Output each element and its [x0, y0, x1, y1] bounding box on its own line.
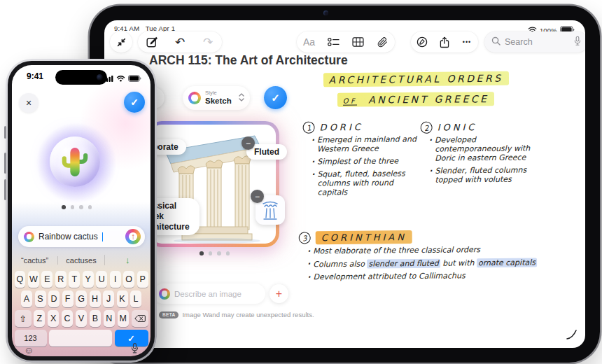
ipad-pagination-dots[interactable]	[200, 251, 230, 255]
letter-key[interactable]: O	[123, 271, 134, 288]
letter-key[interactable]: F	[62, 290, 74, 307]
action-button	[4, 126, 6, 139]
style-picker[interactable]: Style Sketch	[183, 86, 250, 110]
search-field[interactable]: Search	[484, 31, 585, 52]
keyboard-row-3: ⇧ ZXCVBNM	[12, 310, 150, 327]
letter-key[interactable]: C	[62, 310, 73, 327]
more-icon[interactable]: •••	[458, 33, 476, 51]
letter-key[interactable]: Q	[15, 271, 26, 288]
shift-key[interactable]: ⇧	[15, 310, 31, 327]
checklist-icon[interactable]	[325, 33, 343, 51]
prompt-input[interactable]: Rainbow cactus ↑	[18, 226, 145, 247]
section-doric: 1 DORIC Emerged in mainland and Western …	[303, 120, 423, 201]
ipad-front-camera	[323, 10, 328, 15]
letter-key[interactable]: B	[90, 310, 101, 327]
compose-icon[interactable]	[143, 33, 161, 51]
volume-down-button	[4, 179, 6, 200]
letter-key[interactable]: M	[118, 310, 129, 327]
section-corinthian: 3 CORINTHIAN Most elaborate of the three…	[299, 230, 538, 286]
page-curl-icon[interactable]	[566, 329, 578, 343]
letter-key[interactable]: E	[41, 271, 52, 288]
apple-intelligence-icon	[24, 232, 34, 242]
undo-icon[interactable]: ↶	[171, 33, 189, 51]
suggestion-quoted[interactable]: “cactus”	[12, 256, 57, 265]
keyboard-row-1: QWERTYUIOP	[12, 271, 150, 288]
battery-icon	[128, 72, 141, 85]
letter-key[interactable]: Z	[34, 310, 45, 327]
letter-key[interactable]: X	[48, 310, 59, 327]
paperclip-icon[interactable]	[374, 33, 392, 51]
letter-key[interactable]: T	[69, 271, 80, 288]
down-arrow-icon: ↓	[125, 255, 130, 265]
letter-key[interactable]: P	[137, 271, 148, 288]
beta-disclaimer: BETA Image Wand may create unexpected re…	[159, 311, 314, 318]
iphone-device: 9:41 × ✓	[6, 59, 157, 363]
page-title: ARCH 115: The Art of Architecture	[149, 53, 348, 68]
letter-key[interactable]: W	[28, 271, 39, 288]
suggestion-collapse[interactable]: ↓	[104, 255, 150, 265]
handwritten-heading-1: ARCHITECTURAL ORDERS	[311, 71, 521, 86]
remove-concept-icon[interactable]: −	[241, 136, 255, 150]
tools-pill: •••	[411, 31, 478, 52]
letter-key[interactable]: Y	[83, 271, 94, 288]
search-icon	[491, 36, 500, 48]
suggestion-plural[interactable]: cactuses	[57, 256, 104, 265]
dictation-mic-icon[interactable]	[131, 342, 139, 356]
suggestion-bar: “cactus” cactuses ↓	[12, 251, 150, 269]
collapse-icon[interactable]	[112, 33, 130, 51]
send-button[interactable]: ↑	[125, 229, 141, 244]
apple-intelligence-icon	[159, 288, 170, 300]
up-arrow-icon: ↑	[125, 229, 141, 244]
letter-key[interactable]: H	[90, 290, 101, 307]
dictation-mic-icon[interactable]	[574, 36, 581, 49]
letter-key[interactable]: V	[76, 310, 87, 327]
describe-image-field[interactable]: Describe an image	[153, 284, 265, 304]
letter-key[interactable]: K	[117, 290, 128, 307]
letter-key[interactable]: G	[76, 290, 87, 307]
dynamic-island	[55, 70, 107, 85]
rainbow-cactus-emoji	[62, 146, 88, 178]
doric-title: DORIC	[320, 122, 363, 133]
handwritten-bullet: Squat, fluted, baseless columns with rou…	[312, 169, 422, 197]
text-format-button[interactable]: Aa	[300, 33, 318, 51]
letter-key[interactable]: U	[96, 271, 107, 288]
letter-key[interactable]: S	[35, 290, 46, 307]
letter-key[interactable]: N	[104, 310, 115, 327]
add-concept-button[interactable]: +	[270, 284, 288, 303]
letter-key[interactable]: L	[130, 290, 141, 307]
close-icon[interactable]: ×	[19, 93, 38, 113]
ipad-device: 9:41 AM Tue Apr 1 100% ↶ ↷ Aa •	[90, 6, 600, 363]
letter-key[interactable]: J	[103, 290, 114, 307]
remove-concept-icon[interactable]: −	[251, 190, 264, 203]
describe-placeholder: Describe an image	[174, 290, 241, 298]
emoji-keyboard-icon[interactable]: ☺	[24, 344, 34, 356]
letter-key[interactable]: R	[55, 271, 66, 288]
letter-key[interactable]: A	[21, 290, 32, 307]
blue-highlight: slender and fluted	[367, 259, 440, 269]
redo-icon[interactable]: ↷	[199, 33, 217, 51]
letter-key[interactable]: D	[48, 290, 59, 307]
camera-lens	[97, 74, 103, 80]
genmoji-bubble[interactable]	[50, 136, 100, 187]
confirm-check-button[interactable]: ✓	[124, 92, 145, 113]
letter-key[interactable]: I	[110, 271, 121, 288]
share-icon[interactable]	[435, 33, 454, 51]
volume-up-button	[4, 153, 6, 174]
ionic-title: IONIC	[438, 122, 477, 132]
confirm-check-button[interactable]: ✓	[264, 86, 287, 109]
iphone-bezel: 9:41 × ✓	[8, 61, 155, 360]
ionic-bullets: Developed contemporaneously with Doric i…	[421, 135, 552, 185]
iphone-pagination-dots[interactable]	[62, 205, 92, 209]
format-pill: Aa	[297, 31, 395, 52]
iphone-screen: 9:41 × ✓	[12, 65, 150, 356]
table-icon[interactable]	[349, 33, 368, 51]
edit-history-pill: ↶ ↷	[138, 31, 222, 52]
cellular-icon	[104, 72, 113, 85]
keyboard-row-2: ASDFGHJKL	[12, 290, 150, 307]
backspace-key[interactable]	[132, 310, 148, 327]
ipad-screen: 9:41 AM Tue Apr 1 100% ↶ ↷ Aa •	[104, 20, 585, 348]
collapse-toolbar-pill	[110, 31, 132, 52]
handwritten-bullet: Developed contemporaneously with Doric i…	[429, 135, 551, 163]
markup-icon[interactable]	[413, 33, 431, 51]
blue-highlight: ornate capitals	[477, 258, 537, 267]
